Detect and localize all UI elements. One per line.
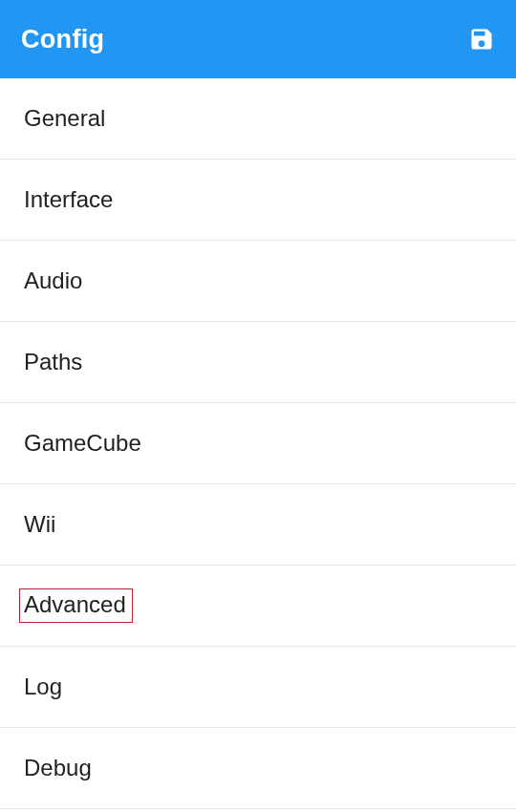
app-header: Config bbox=[0, 0, 516, 78]
menu-item-label: Interface bbox=[24, 186, 113, 213]
menu-item-label: Audio bbox=[24, 267, 82, 294]
menu-item-general[interactable]: General bbox=[0, 78, 516, 160]
menu-item-wii[interactable]: Wii bbox=[0, 484, 516, 566]
menu-item-interface[interactable]: Interface bbox=[0, 160, 516, 241]
menu-item-log[interactable]: Log bbox=[0, 647, 516, 728]
menu-item-label: General bbox=[24, 105, 105, 132]
menu-item-label: GameCube bbox=[24, 430, 141, 457]
menu-item-label: Wii bbox=[24, 511, 55, 538]
menu-item-advanced[interactable]: Advanced bbox=[0, 566, 516, 647]
save-icon[interactable] bbox=[468, 26, 495, 53]
menu-item-debug[interactable]: Debug bbox=[0, 728, 516, 809]
menu-item-label: Log bbox=[24, 673, 62, 700]
menu-item-paths[interactable]: Paths bbox=[0, 322, 516, 403]
menu-item-label: Advanced bbox=[19, 588, 133, 623]
menu-item-label: Paths bbox=[24, 349, 82, 375]
config-menu: General Interface Audio Paths GameCube W… bbox=[0, 78, 516, 809]
menu-item-label: Debug bbox=[24, 755, 92, 781]
menu-item-audio[interactable]: Audio bbox=[0, 241, 516, 322]
page-title: Config bbox=[21, 25, 104, 54]
menu-item-gamecube[interactable]: GameCube bbox=[0, 403, 516, 484]
